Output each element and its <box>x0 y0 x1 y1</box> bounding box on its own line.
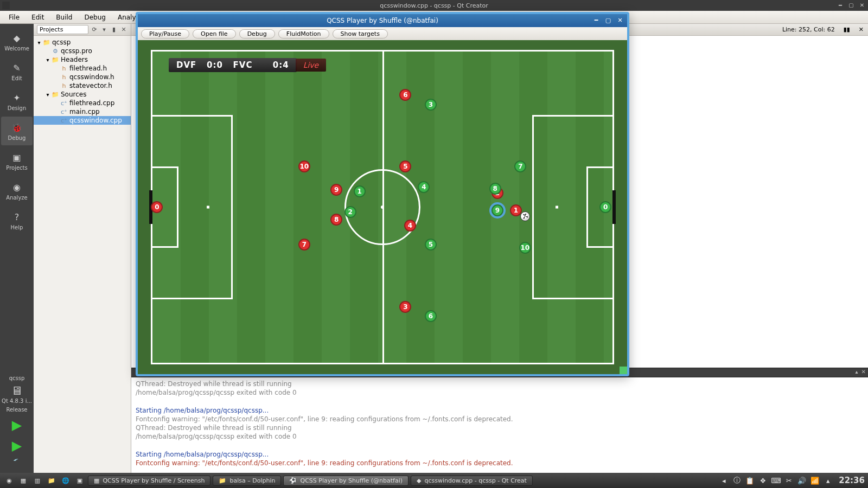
output-expand-icon[interactable]: ▴ <box>856 369 858 375</box>
taskbar: ◉ ▦ ▥ 📁 🌐 ▣ ▦QCSS Player by Shuffle / Sc… <box>0 473 868 488</box>
player-minimize-icon[interactable]: ━ <box>591 15 601 25</box>
green-player-0[interactable]: 0 <box>599 201 611 213</box>
player-btn-play-pause[interactable]: Play/Pause <box>141 29 189 38</box>
main-titlebar: qcsswindow.cpp - qcssp - Qt Creator ━ ▢ … <box>0 0 868 11</box>
red-player-3[interactable]: 3 <box>399 301 411 313</box>
target-icon[interactable]: 🖥 <box>9 384 24 397</box>
tree-item-statevector-h[interactable]: hstatevector.h <box>34 81 131 90</box>
sidebar-analyze[interactable]: ◉Analyze <box>1 176 33 205</box>
tray-chevron-icon[interactable]: ◂ <box>719 476 728 485</box>
red-player-4[interactable]: 4 <box>404 220 416 232</box>
kit-build_label[interactable]: Release <box>6 407 27 413</box>
red-player-7[interactable]: 7 <box>298 239 310 251</box>
kit-project_label[interactable]: qcssp <box>9 375 25 382</box>
sidebar-help[interactable]: ?Help <box>1 206 33 235</box>
activity-icon[interactable]: ▦ <box>17 474 29 486</box>
tray-notify-icon[interactable]: ▴ <box>824 476 832 485</box>
tray-keyboard-icon[interactable]: ⌨ <box>771 476 780 485</box>
red-player-6[interactable]: 6 <box>399 89 411 101</box>
player-close-icon[interactable]: ✕ <box>615 15 625 25</box>
sidebar-projects[interactable]: ▣Projects <box>1 146 33 175</box>
close-icon[interactable]: ✕ <box>858 1 866 9</box>
soccer-field[interactable]: DVF 0:0 FVC 0:4 Live 0107986543210123456… <box>151 50 614 364</box>
red-player-0[interactable]: 0 <box>151 201 163 213</box>
run-debug-button[interactable]: ▶ <box>12 438 22 453</box>
project-tree[interactable]: ▾📁qcssp⚙qcssp.pro▾📁Headershfilethread.hh… <box>34 36 131 473</box>
sidebar-edit[interactable]: ✎Edit <box>1 57 33 86</box>
editor-split-icon[interactable]: ▮▮ <box>844 26 850 33</box>
tree-item-filethread-cpp[interactable]: c⁺filethread.cpp <box>34 99 131 107</box>
ball[interactable] <box>520 211 530 221</box>
tree-item-qcssp-pro[interactable]: ⚙qcssp.pro <box>34 47 131 55</box>
tree-item-filethread-h[interactable]: hfilethread.h <box>34 64 131 73</box>
green-player-10[interactable]: 10 <box>519 242 531 254</box>
projects-combo[interactable]: Projects <box>37 25 88 34</box>
output-close-icon[interactable]: ✕ <box>861 369 866 375</box>
tray-info-icon[interactable]: ⓘ <box>732 476 741 485</box>
tray-network-icon[interactable]: 📶 <box>810 476 819 485</box>
close-panel-icon[interactable]: ✕ <box>120 26 127 34</box>
player-titlebar[interactable]: QCSS Player by Shuffle (@nbatfai) ━ ▢ ✕ <box>138 14 627 27</box>
sidebar-design[interactable]: ✦Design <box>1 87 33 115</box>
welcome-icon: ◆ <box>9 31 24 44</box>
tray-volume-icon[interactable]: 🔊 <box>797 476 806 485</box>
task-qcsswindow.cpp[interactable]: ◆qcsswindow.cpp - qcssp - Qt Creat <box>411 476 533 486</box>
menu-debug[interactable]: Debug <box>79 12 111 22</box>
files-icon[interactable]: ▥ <box>31 474 43 486</box>
filter-icon[interactable]: ▾ <box>100 26 108 34</box>
player-btn-fluidmotion[interactable]: FluidMotion <box>278 29 329 38</box>
tree-item-Sources[interactable]: ▾📁Sources <box>34 90 131 99</box>
kickoff-icon[interactable]: ◉ <box>3 474 15 486</box>
green-player-5[interactable]: 5 <box>425 239 437 251</box>
task-qcss[interactable]: ⚽QCSS Player by Shuffle (@nbatfai) <box>283 476 409 486</box>
tray-clipboard-icon[interactable]: ✂ <box>784 476 793 485</box>
green-player-8[interactable]: 8 <box>489 183 501 195</box>
menu-file[interactable]: File <box>3 12 25 22</box>
sidebar-label: Design <box>8 105 27 111</box>
qcss-player-window[interactable]: QCSS Player by Shuffle (@nbatfai) ━ ▢ ✕ … <box>136 12 629 376</box>
green-player-2[interactable]: 2 <box>344 206 356 218</box>
kit-kit_label[interactable]: Qt 4.8.3 i... <box>2 398 32 404</box>
editor-close-icon[interactable]: ✕ <box>859 26 864 33</box>
menu-build[interactable]: Build <box>50 12 78 22</box>
tree-item-main-cpp[interactable]: c⁺main.cpp <box>34 107 131 116</box>
green-player-7[interactable]: 7 <box>514 160 526 172</box>
green-player-6[interactable]: 6 <box>425 310 437 322</box>
browser-icon[interactable]: 🌐 <box>60 474 72 486</box>
red-player-10[interactable]: 10 <box>298 160 310 172</box>
tree-item-qcssp[interactable]: ▾📁qcssp <box>34 38 131 47</box>
application-output[interactable]: QThread: Destroyed while thread is still… <box>131 377 868 473</box>
player-maximize-icon[interactable]: ▢ <box>603 15 613 25</box>
green-player-3[interactable]: 3 <box>425 99 437 111</box>
clock[interactable]: 22:36 <box>839 476 865 485</box>
task-icon: ▦ <box>94 477 99 484</box>
green-player-9[interactable]: 9 <box>492 204 503 216</box>
tray-app-icon[interactable]: ❖ <box>758 476 767 485</box>
tree-item-Headers[interactable]: ▾📁Headers <box>34 55 131 64</box>
app-icon[interactable]: ▣ <box>74 474 86 486</box>
player-btn-debug[interactable]: Debug <box>239 29 275 38</box>
run-button[interactable]: ▶ <box>12 418 22 433</box>
green-player-1[interactable]: 1 <box>354 185 366 197</box>
tray-klipper-icon[interactable]: 📋 <box>745 476 754 485</box>
task-qcss[interactable]: ▦QCSS Player by Shuffle / Screensh <box>88 476 210 486</box>
red-player-9[interactable]: 9 <box>330 184 342 196</box>
red-player-8[interactable]: 8 <box>330 214 342 226</box>
task-balsa[interactable]: 📁balsa – Dolphin <box>213 476 281 486</box>
tree-item-qcsswindow-h[interactable]: hqcsswindow.h <box>34 73 131 81</box>
player-btn-show-targets[interactable]: Show targets <box>333 29 388 38</box>
red-player-5[interactable]: 5 <box>399 160 411 172</box>
cpp-icon: c⁺ <box>60 99 68 107</box>
sidebar-debug[interactable]: 🐞Debug <box>1 117 33 145</box>
maximize-icon[interactable]: ▢ <box>847 1 855 9</box>
minimize-icon[interactable]: ━ <box>837 1 844 9</box>
split-icon[interactable]: ▮ <box>110 26 118 34</box>
menu-edit[interactable]: Edit <box>26 12 49 22</box>
sidebar-welcome[interactable]: ◆Welcome <box>1 27 33 56</box>
tree-item-qcsswindow-cpp[interactable]: c⁺qcsswindow.cpp <box>34 116 131 125</box>
sync-icon[interactable]: ⟳ <box>91 26 98 34</box>
dolphin-icon[interactable]: 📁 <box>46 474 58 486</box>
player-btn-open-file[interactable]: Open file <box>193 29 236 38</box>
resize-grip[interactable] <box>620 367 627 374</box>
green-player-4[interactable]: 4 <box>418 181 430 193</box>
